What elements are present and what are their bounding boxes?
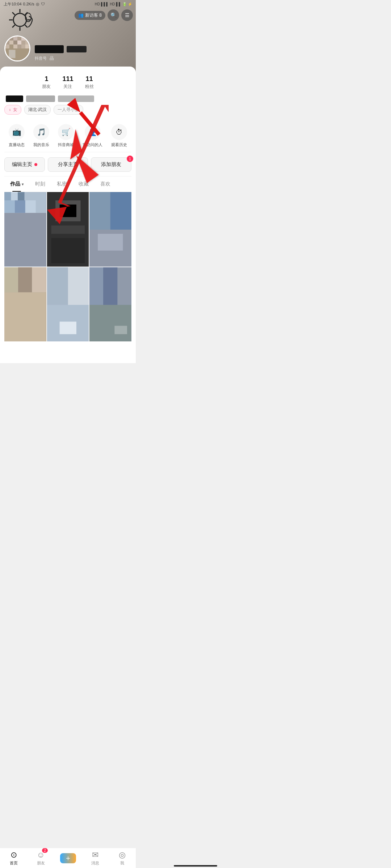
sun-svg [7,7,36,36]
tab-private[interactable]: 私密 [51,176,73,192]
tag-row: ♀ 女 湖北·武汉 一人寻小蓝 [4,105,131,115]
signal-icon: ▌▌▌ [101,2,109,6]
live-label: 直播动态 [9,142,25,148]
action-buttons: 编辑主页 分享主页 添加朋友 1 [4,152,131,176]
following-label: 关注 [63,84,72,90]
search-button[interactable]: 🔍 [108,9,119,21]
svg-point-0 [13,13,26,26]
svg-rect-17 [5,41,9,44]
share-homepage-button[interactable]: 分享主页 [48,157,88,172]
add-friend-button[interactable]: 添加朋友 1 [91,157,131,172]
quick-icons-row: 📺 直播动态 🎵 我的音乐 🛒 抖音商城 👤 常访问的人 ⏱ 观看历史 [4,118,131,152]
video-grid [4,192,131,341]
svg-rect-63 [89,305,131,342]
stat-fans[interactable]: 11 粉丝 [85,75,94,90]
svg-rect-55 [47,267,68,305]
quick-icon-history[interactable]: ⏱ 观看历史 [111,124,127,148]
douyin-id-row: 抖音号 品 [35,55,87,61]
username-area: 抖音号 品 [35,45,87,61]
svg-rect-36 [15,200,25,213]
top-actions: 👥 新访客 8 🔍 ☰ [75,9,133,21]
video-svg-6 [89,267,131,342]
video-thumb-5[interactable] [47,267,89,342]
location-label: 湖北·武汉 [28,107,47,113]
shop-icon-circle: 🛒 [58,124,74,140]
svg-rect-42 [51,225,85,234]
tab-moments[interactable]: 时刻 [29,176,51,192]
svg-line-8 [12,25,15,27]
svg-rect-48 [98,234,123,251]
bio-tag[interactable]: 一人寻小蓝 [54,105,83,115]
video-thumb-3[interactable] [89,192,131,267]
status-left: 上午10:04 0.2K/s ◎ 🛡 [4,1,45,7]
gender-tag[interactable]: ♀ 女 [4,105,21,115]
new-visitor-label: 新访客 8 [85,12,102,18]
video-thumb-4[interactable] [4,267,46,342]
svg-line-5 [12,12,15,15]
svg-rect-38 [4,213,46,267]
status-right: HD ▌▌▌ HD ▌▌ 🔋 ⚡ [95,2,132,6]
location-tag[interactable]: 湖北·武汉 [24,105,51,115]
svg-rect-52 [32,267,46,292]
svg-rect-60 [89,267,103,305]
edit-homepage-button[interactable]: 编辑主页 [4,157,45,172]
quick-icon-shop[interactable]: 🛒 抖音商城 [58,124,74,148]
svg-rect-28 [25,44,29,48]
svg-rect-43 [51,238,85,263]
svg-rect-22 [25,41,29,44]
avatar[interactable] [4,35,30,61]
tab-favorites[interactable]: 收藏 [73,176,94,192]
edit-label: 编辑主页 [12,161,32,168]
tab-likes[interactable]: 喜欢 [94,176,116,192]
following-count: 111 [62,75,73,83]
sun-decoration [7,7,36,36]
video-thumb-6[interactable] [89,267,131,342]
stat-following[interactable]: 111 关注 [62,75,73,90]
visitors-icon-circle: 👤 [85,124,101,140]
svg-rect-24 [9,44,13,48]
quick-icon-music[interactable]: 🎵 我的音乐 [33,124,49,148]
visitor-icon: 👥 [78,13,84,18]
music-label: 我的音乐 [33,142,49,148]
svg-rect-41 [59,205,76,217]
live-icon-circle: 📺 [9,124,25,140]
video-thumb-1[interactable] [4,192,46,267]
status-shield: 🛡 [41,2,45,6]
tab-favorites-label: 收藏 [79,181,89,187]
add-friend-badge: 1 [127,156,133,162]
svg-rect-45 [89,192,110,230]
search-icon: 🔍 [110,12,117,18]
quick-icon-live[interactable]: 📺 直播动态 [9,124,25,148]
menu-icon: ☰ [125,12,130,18]
video-svg-3 [89,192,131,267]
status-time: 上午10:04 [4,1,22,7]
svg-rect-15 [21,37,25,41]
profile-header-bg: 👥 新访客 8 🔍 ☰ [0,0,136,72]
stat-friends[interactable]: 1 朋友 [42,75,51,90]
quick-icon-visitors[interactable]: 👤 常访问的人 [83,124,102,148]
svg-rect-33 [11,192,18,200]
svg-rect-12 [9,37,13,41]
tab-works-dropdown: ▾ [22,182,24,186]
gender-icon: ♀ [8,107,12,112]
svg-rect-25 [13,44,17,48]
hd-badge: HD [95,2,100,6]
battery-icon: 🔋 [122,2,127,6]
svg-rect-35 [4,200,15,213]
bluetooth-icon: ⚡ [128,2,132,6]
tab-private-label: 私密 [57,181,67,187]
new-visitor-button[interactable]: 👥 新访客 8 [75,11,105,20]
username-blur [35,45,64,53]
tab-works[interactable]: 作品 ▾ [4,176,29,192]
svg-rect-37 [25,200,36,213]
add-friend-label: 添加朋友 [101,161,121,168]
svg-rect-34 [18,192,25,200]
hd2-badge: HD [110,2,115,6]
video-svg-4 [4,267,46,342]
status-speed: 0.2K/s [23,2,34,6]
menu-button[interactable]: ☰ [121,9,133,21]
svg-rect-27 [21,44,25,48]
svg-rect-62 [118,267,131,305]
shop-label: 抖音商城 [58,142,74,148]
video-thumb-2[interactable] [47,192,89,267]
